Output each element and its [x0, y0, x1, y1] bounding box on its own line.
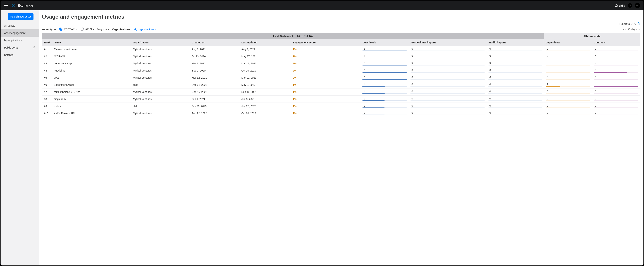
brand[interactable]: Exchange: [12, 4, 33, 8]
table-row[interactable]: #6Experiment AssetchildDec 21, 2021May 8…: [42, 81, 640, 88]
table-row[interactable]: #7raml importing 770 filesMytical Ventur…: [42, 88, 640, 96]
bar-contracts-cell: 0: [592, 110, 640, 117]
cell-updated: Oct 20, 2020: [240, 67, 291, 74]
cell-org: Mytical Ventures: [131, 60, 190, 67]
export-label: Export to CSV: [619, 22, 636, 25]
bar-designer-cell: 0: [409, 96, 486, 103]
col-dependents[interactable]: Dependents: [544, 39, 592, 46]
cell-org: Mytical Ventures: [131, 46, 190, 53]
cell-org: child: [131, 103, 190, 110]
table-row[interactable]: #3dependency zipMytical VenturesMar 1, 2…: [42, 60, 640, 67]
sidebar-item-asset-engagement[interactable]: Asset engagement: [0, 29, 38, 37]
cell-rank: #4: [42, 67, 52, 74]
bar-studio-cell: 0: [486, 110, 544, 117]
svg-rect-0: [615, 5, 618, 6]
menu-icon[interactable]: [4, 4, 8, 7]
col-updated[interactable]: Last updated: [240, 39, 291, 46]
publish-button[interactable]: Publish new asset: [8, 13, 34, 20]
cell-name: asdasd: [52, 103, 131, 110]
radio-icon: [59, 28, 62, 31]
sidebar-item-label: Public portal: [4, 46, 18, 49]
cell-created: Sep 2, 2020: [190, 67, 240, 74]
bar-downloads-cell: 2: [360, 74, 409, 81]
col-rank[interactable]: Rank: [42, 39, 52, 46]
bar-contracts-cell: 4: [592, 53, 640, 60]
sidebar-item-settings[interactable]: Settings: [0, 51, 38, 59]
bar-contracts-cell: 3: [592, 67, 640, 74]
cell-name: Experiment Asset: [52, 81, 131, 88]
help-button[interactable]: ?: [628, 3, 632, 8]
bar-dependents-cell: 0: [544, 96, 592, 103]
org-icon: [615, 4, 618, 7]
timerange-dropdown[interactable]: Last 30 days: [622, 28, 640, 31]
org-dropdown[interactable]: My organizations: [134, 28, 157, 31]
table-row[interactable]: #10Aldón Pirulero APIMytical VenturesFeb…: [42, 110, 640, 117]
bar-dependents-cell: 0: [544, 60, 592, 67]
bar-dependents-cell: 0: [544, 103, 592, 110]
cell-created: Jun 26, 2023: [190, 103, 240, 110]
sidebar-item-all-assets[interactable]: All assets: [0, 22, 38, 29]
bar-designer-cell: 0: [409, 103, 486, 110]
topbar: Exchange child ? MO: [0, 1, 644, 11]
asset-type-radio-rest-apis[interactable]: REST APIs: [59, 28, 77, 31]
cell-created: Feb 22, 2022: [190, 110, 240, 117]
cell-rank: #1: [42, 46, 52, 53]
asset-type-label: Asset type: [42, 28, 56, 31]
bar-designer-cell: 0: [409, 67, 486, 74]
table-row[interactable]: #1Evented asset nameMytical VenturesAug …: [42, 46, 640, 53]
cell-created: Jun 1, 2021: [190, 96, 240, 103]
cell-rank: #5: [42, 74, 52, 81]
bar-contracts-cell: 0: [592, 46, 640, 53]
col-organization[interactable]: Organization: [131, 39, 190, 46]
col-studio[interactable]: Studio imports: [486, 39, 544, 46]
bar-downloads-cell: 1: [360, 110, 409, 117]
bar-designer-cell: 0: [409, 74, 486, 81]
org-switcher[interactable]: child: [615, 4, 625, 7]
cell-score: 2%: [291, 67, 360, 74]
filter-bar: Asset type REST APIsAPI Spec Fragments O…: [42, 27, 640, 33]
file-download-icon: [637, 22, 640, 25]
cell-org: Mytical Ventures: [131, 67, 190, 74]
bar-contracts-cell: 0: [592, 103, 640, 110]
bar-contracts-cell: 4: [592, 81, 640, 88]
bar-studio-cell: 0: [486, 60, 544, 67]
metrics-table: Last 30 days (Jun 28 to Jul 28) All-time…: [42, 33, 640, 117]
col-contracts[interactable]: Contracts: [592, 39, 640, 46]
cell-org: Mytical Ventures: [131, 96, 190, 103]
table-row[interactable]: #2MY RAMLMytical VenturesJul 13, 2020May…: [42, 53, 640, 60]
col-designer[interactable]: API Designer imports: [409, 39, 486, 46]
table-row[interactable]: #8single ramlMytical VenturesJun 1, 2021…: [42, 96, 640, 103]
bar-downloads-cell: 1: [360, 81, 409, 88]
bar-dependents-cell: 0: [544, 88, 592, 96]
col-created[interactable]: Created on: [190, 39, 240, 46]
cell-org: child: [131, 81, 190, 88]
table-row[interactable]: #4nuevisimoMytical VenturesSep 2, 2020Oc…: [42, 67, 640, 74]
cell-score: 2%: [291, 60, 360, 67]
table-row[interactable]: #9asdasdchildJun 26, 2023Jun 26, 20231%1…: [42, 103, 640, 110]
main-content: Usage and engagement metrics Export to C…: [39, 11, 644, 265]
avatar[interactable]: MO: [635, 3, 640, 8]
cell-rank: #6: [42, 81, 52, 88]
col-downloads[interactable]: Downloads: [360, 39, 409, 46]
cell-rank: #9: [42, 103, 52, 110]
sidebar-item-my-applications[interactable]: My applications: [0, 37, 38, 44]
bar-downloads-cell: 1: [360, 103, 409, 110]
sidebar: Publish new asset All assetsAsset engage…: [0, 11, 39, 265]
sidebar-item-public-portal[interactable]: Public portal: [0, 44, 38, 51]
asset-type-radio-api-spec-fragments[interactable]: API Spec Fragments: [81, 28, 109, 31]
cell-created: Mar 12, 2021: [190, 74, 240, 81]
cell-created: Mar 1, 2021: [190, 60, 240, 67]
col-score[interactable]: Engagement score: [291, 39, 360, 46]
chevron-down-icon: [155, 28, 157, 30]
svg-line-1: [34, 47, 34, 48]
table-row[interactable]: #5OASMytical VenturesMar 12, 2021Mar 12,…: [42, 74, 640, 81]
cell-score: 1%: [291, 88, 360, 96]
external-link-icon: [32, 46, 35, 49]
cell-rank: #8: [42, 96, 52, 103]
bar-dependents-cell: 0: [544, 46, 592, 53]
export-csv-link[interactable]: Export to CSV: [619, 22, 640, 25]
col-name[interactable]: Name: [52, 39, 131, 46]
bar-dependents-cell: 0: [544, 110, 592, 117]
bar-designer-cell: 0: [409, 46, 486, 53]
cell-score: 1%: [291, 96, 360, 103]
